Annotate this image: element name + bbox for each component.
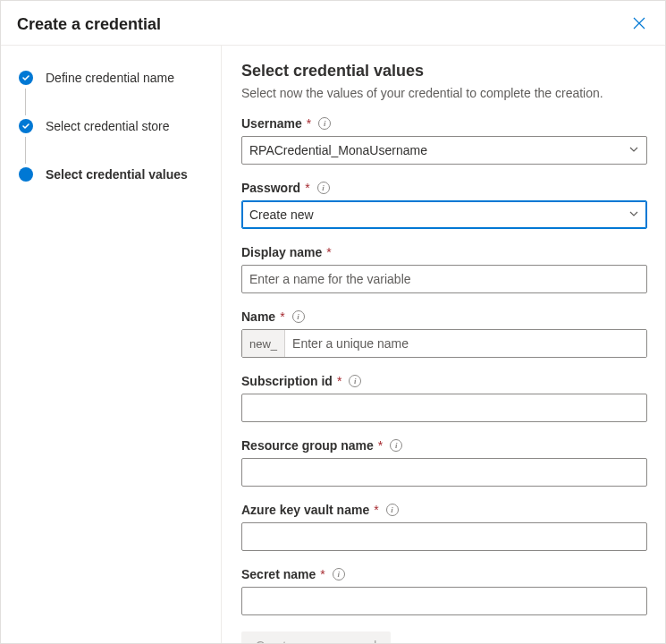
azure-key-vault-name-field: Azure key vault name* i — [241, 503, 647, 551]
secret-name-input[interactable] — [249, 588, 639, 614]
display-name-label: Display name* — [241, 245, 647, 259]
name-prefix: new_ — [242, 330, 285, 357]
username-label: Username* i — [241, 116, 647, 131]
name-label: Name* i — [241, 309, 647, 324]
resource-group-name-label: Resource group name* i — [241, 438, 647, 453]
azure-key-vault-name-input-wrap — [241, 522, 647, 551]
label-text: Resource group name — [241, 438, 374, 453]
secret-name-field: Secret name* i — [241, 567, 647, 615]
label-text: Username — [241, 116, 302, 131]
required-indicator: * — [337, 374, 341, 388]
username-select[interactable]: RPACredential_MonaUsername — [241, 136, 647, 165]
info-icon[interactable]: i — [318, 117, 331, 130]
password-field: Password* i Create new — [241, 181, 647, 229]
azure-key-vault-name-input[interactable] — [249, 523, 639, 550]
info-icon[interactable]: i — [349, 375, 361, 387]
label-text: Subscription id — [241, 374, 333, 388]
required-indicator: * — [320, 567, 325, 581]
password-label: Password* i — [241, 181, 647, 195]
step-label: Select credential store — [46, 119, 170, 133]
chevron-down-icon — [628, 143, 639, 157]
subscription-id-field: Subscription id* i — [241, 374, 647, 422]
required-indicator: * — [280, 309, 284, 324]
required-indicator: * — [305, 181, 309, 195]
current-step-icon — [19, 167, 33, 182]
panel-title: Create a credential — [17, 15, 161, 34]
step-define-name[interactable]: Define credential name — [19, 67, 210, 89]
resource-group-name-input[interactable] — [249, 459, 639, 486]
label-text: Display name — [241, 245, 322, 259]
section-title: Select credential values — [241, 62, 647, 80]
close-icon — [633, 17, 645, 30]
close-button[interactable] — [629, 13, 649, 36]
step-label: Select credential values — [46, 167, 188, 182]
info-icon[interactable]: i — [390, 439, 402, 452]
name-input[interactable] — [285, 330, 646, 357]
display-name-input[interactable] — [249, 266, 639, 292]
label-text: Name — [241, 309, 275, 324]
step-connector — [25, 89, 26, 115]
display-name-input-wrap — [241, 265, 647, 293]
azure-key-vault-name-label: Azure key vault name* i — [241, 503, 647, 517]
name-input-wrap: new_ — [241, 329, 647, 358]
info-icon[interactable]: i — [292, 310, 305, 323]
name-field: Name* i new_ — [241, 309, 647, 358]
password-value: Create new — [249, 208, 314, 222]
subscription-id-input-wrap — [241, 394, 647, 422]
chevron-down-icon — [628, 208, 639, 222]
required-indicator: * — [326, 245, 331, 259]
step-select-store[interactable]: Select credential store — [19, 115, 210, 137]
step-label: Define credential name — [46, 71, 174, 85]
panel-header: Create a credential — [1, 1, 665, 46]
info-icon[interactable]: i — [333, 568, 345, 580]
resource-group-name-field: Resource group name* i — [241, 438, 647, 487]
create-password-button: Create new password — [241, 631, 391, 643]
section-subtitle: Select now the values of your credential… — [241, 86, 647, 100]
info-icon[interactable]: i — [317, 182, 330, 194]
panel-body: Define credential name Select credential… — [1, 46, 665, 643]
label-text: Secret name — [241, 567, 316, 581]
secret-name-input-wrap — [241, 587, 647, 615]
username-field: Username* i RPACredential_MonaUsername — [241, 116, 647, 165]
steps-sidebar: Define credential name Select credential… — [1, 46, 222, 643]
checkmark-icon — [19, 71, 33, 85]
subscription-id-input[interactable] — [249, 394, 639, 421]
main-form: Select credential values Select now the … — [222, 46, 665, 643]
subscription-id-label: Subscription id* i — [241, 374, 647, 388]
required-indicator: * — [378, 438, 383, 453]
step-select-values[interactable]: Select credential values — [19, 164, 210, 185]
label-text: Password — [241, 181, 300, 195]
password-select[interactable]: Create new — [241, 200, 647, 229]
display-name-field: Display name* — [241, 245, 647, 293]
step-connector — [25, 137, 26, 164]
required-indicator: * — [307, 116, 311, 131]
username-value: RPACredential_MonaUsername — [249, 143, 427, 157]
credential-panel: Create a credential Define credential na… — [0, 0, 666, 644]
required-indicator: * — [374, 503, 378, 517]
secret-name-label: Secret name* i — [241, 567, 647, 581]
label-text: Azure key vault name — [241, 503, 369, 517]
resource-group-name-input-wrap — [241, 458, 647, 487]
checkmark-icon — [19, 119, 33, 133]
info-icon[interactable]: i — [386, 504, 399, 516]
